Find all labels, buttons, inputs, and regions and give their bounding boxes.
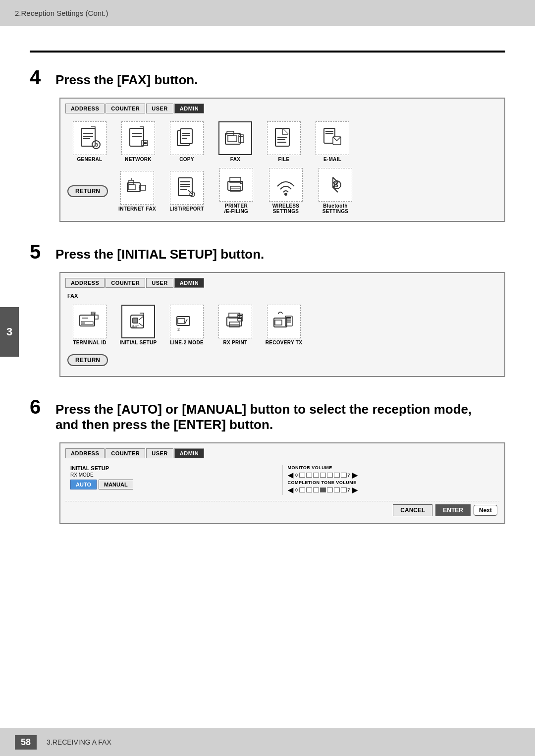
tab-counter-1[interactable]: COUNTER [106, 104, 145, 113]
panel-1: ADDRESS COUNTER USER ADMIN [59, 98, 505, 222]
icon-printer[interactable]: PRINTER /E-FILING [214, 168, 259, 214]
tab-address-3[interactable]: ADDRESS [65, 448, 105, 458]
sidebar-tab: 3 [0, 307, 19, 357]
monitor-vol-max: 7 [348, 473, 351, 478]
svg-rect-1 [83, 133, 93, 134]
tab-counter-3[interactable]: COUNTER [106, 448, 145, 458]
rx-mode-buttons: AUTO MANUAL [70, 480, 277, 489]
rx-right-col: MONITOR VOLUME ◀ 0 [282, 465, 495, 495]
page-number: 58 [15, 735, 37, 750]
svg-rect-64 [238, 317, 242, 318]
svg-text:⚙: ⚙ [94, 142, 99, 148]
vol-dot-7 [341, 473, 347, 478]
step-5-num: 5 [30, 242, 50, 262]
icon-box-file [267, 121, 301, 155]
tab-admin-2[interactable]: ADMIN [174, 278, 205, 288]
step-6-title-line1: Press the [AUTO] or [MANUAL] button to s… [55, 402, 472, 417]
svg-rect-16 [182, 138, 187, 139]
icon-rx-print[interactable]: RX PRINT [213, 305, 258, 345]
return-btn-1[interactable]: RETURN [67, 185, 108, 197]
svg-rect-25 [277, 142, 286, 143]
step-4-block: 4 Press the [FAX] button. ADDRESS COUNTE… [30, 51, 505, 222]
tab-user-3[interactable]: USER [146, 448, 173, 458]
enter-button[interactable]: ENTER [435, 504, 471, 516]
next-badge[interactable]: Next [474, 505, 497, 516]
svg-rect-63 [238, 315, 242, 316]
icon-grid-1: ⚙ GENERAL [65, 117, 499, 166]
svg-rect-67 [275, 320, 282, 325]
icon-wireless[interactable]: WIRELESS SETTINGS [264, 168, 308, 214]
icon-box-network [121, 121, 155, 155]
icon-box-rx-print [218, 305, 252, 338]
icon-recovery-tx[interactable]: RECOVERY TX [262, 305, 306, 345]
initial-setup-label: INITIAL SETUP [70, 465, 277, 471]
icon-email[interactable]: E-MAIL [310, 121, 355, 162]
completion-vol-min: 0 [295, 487, 298, 492]
icon-box-wireless [269, 168, 303, 202]
icon-box-printer [219, 168, 253, 202]
svg-rect-36 [180, 184, 190, 185]
svg-rect-66 [274, 318, 287, 327]
panel-3-footer: CANCEL ENTER Next [65, 501, 499, 518]
step-5-heading: 5 Press the [INITIAL SETUP] button. [30, 242, 505, 262]
icon-bluetooth[interactable]: ʙ Bluetooth SETTINGS [313, 168, 358, 214]
step-6-heading: 6 Press the [AUTO] or [MANUAL] button to… [30, 397, 505, 432]
icon-box-bluetooth: ʙ [319, 168, 352, 202]
step-4-heading: 4 Press the [FAX] button. [30, 67, 505, 88]
tab-user-1[interactable]: USER [146, 104, 173, 113]
tab-address-2[interactable]: ADDRESS [65, 278, 105, 288]
svg-rect-29 [325, 133, 333, 134]
icon-network[interactable]: NETWORK [116, 121, 160, 162]
step-6-num: 6 [30, 397, 50, 417]
icon-fax[interactable]: FAX [213, 121, 258, 162]
icon-rx-print-label: RX PRINT [223, 340, 247, 345]
auto-button[interactable]: AUTO [70, 480, 97, 489]
icon-box-internet-fax [120, 171, 154, 205]
return-btn-2[interactable]: RETURN [67, 354, 108, 366]
tab-counter-2[interactable]: COUNTER [106, 278, 145, 288]
icon-terminal-id[interactable]: TERMINAL ID [67, 305, 112, 345]
completion-vol-left[interactable]: ◀ [288, 486, 294, 494]
icon-file[interactable]: FILE [262, 121, 306, 162]
step-5-block: 5 Press the [INITIAL SETUP] button. ADDR… [30, 242, 505, 377]
completion-tone-label: COMPLETION TONE VOLUME [288, 480, 495, 485]
tab-admin-1[interactable]: ADMIN [174, 104, 205, 113]
icon-internet-fax[interactable]: INTERNET FAX [115, 171, 160, 212]
svg-text:INIT: INIT [132, 324, 139, 329]
svg-rect-3 [83, 138, 90, 139]
svg-rect-2 [83, 136, 93, 137]
svg-text:2: 2 [177, 327, 180, 332]
fax-section-label: FAX [65, 292, 499, 301]
step-6-title-line2: and then press the [ENTER] button. [55, 417, 472, 432]
icon-box-fax [218, 121, 252, 155]
icon-copy-label: COPY [179, 157, 194, 162]
icon-initial-setup[interactable]: INIT INITIAL SETUP [116, 305, 160, 345]
icon-general[interactable]: ⚙ GENERAL [67, 121, 112, 162]
svg-rect-28 [325, 131, 333, 132]
monitor-vol-right[interactable]: ▶ [352, 471, 358, 479]
rx-panel: INITIAL SETUP RX MODE AUTO MANUAL MONITO… [65, 462, 499, 498]
completion-vol-right[interactable]: ▶ [352, 486, 358, 494]
comp-dot-4 [320, 487, 326, 492]
manual-button[interactable]: MANUAL [99, 480, 133, 489]
icon-line2-mode[interactable]: 2 LINE-2 MODE [164, 305, 209, 345]
comp-dot-7 [341, 487, 347, 492]
completion-vol-bar: 0 7 [295, 487, 350, 492]
tab-address-1[interactable]: ADDRESS [65, 104, 105, 113]
panel-3: ADDRESS COUNTER USER ADMIN INITIAL SETUP… [59, 442, 505, 524]
icon-list-report[interactable]: LIST/REPORT [164, 171, 209, 212]
monitor-vol-left[interactable]: ◀ [288, 471, 294, 479]
icon-box-recovery-tx [267, 305, 301, 338]
icon-box-initial-setup: INIT [121, 305, 155, 338]
svg-rect-70 [286, 320, 291, 321]
svg-rect-57 [178, 319, 185, 324]
rx-left-col: INITIAL SETUP RX MODE AUTO MANUAL [70, 465, 282, 495]
icon-copy[interactable]: COPY [164, 121, 209, 162]
icon-box-line2-mode: 2 [170, 305, 204, 338]
vol-dot-5 [327, 473, 333, 478]
svg-rect-35 [180, 181, 190, 182]
tab-user-2[interactable]: USER [146, 278, 173, 288]
cancel-button[interactable]: CANCEL [393, 504, 432, 516]
step-4-title: Press the [FAX] button. [55, 72, 198, 88]
tab-admin-3[interactable]: ADMIN [174, 448, 205, 458]
